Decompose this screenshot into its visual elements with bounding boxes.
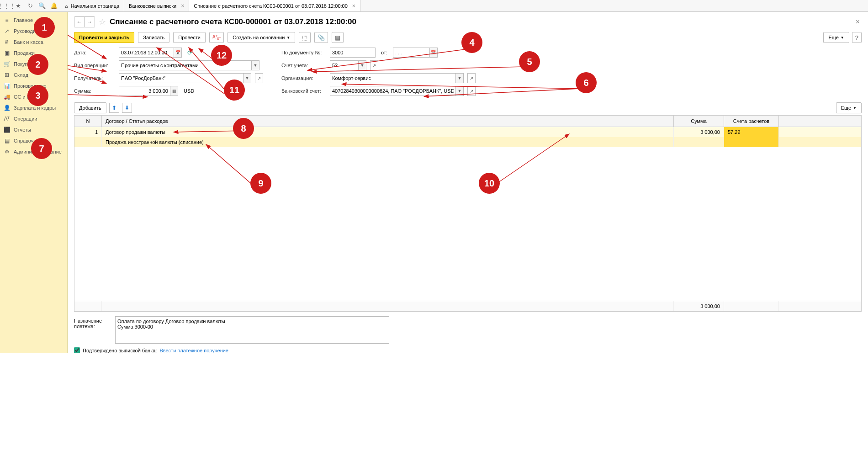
star-icon[interactable]: ★ xyxy=(15,2,22,10)
purpose-field[interactable] xyxy=(115,316,389,344)
sidebar-item-assets[interactable]: 🚚ОС и НМА xyxy=(0,91,67,102)
open-button[interactable]: ↗ xyxy=(255,73,263,83)
close-icon[interactable]: × xyxy=(352,3,355,9)
confirmed-label: Подтверждено выпиской банка: xyxy=(83,348,157,353)
favorite-icon[interactable]: ☆ xyxy=(99,17,106,27)
chevron-down-icon[interactable]: ▼ xyxy=(455,73,464,83)
table-more-button[interactable]: Еще ▼ xyxy=(836,102,862,113)
chevron-down-icon[interactable]: ▼ xyxy=(243,73,251,83)
sidebar: ≡Главное ↗Руководителю ₽Банк и касса ▣Пр… xyxy=(0,12,68,353)
more-label: Еще xyxy=(828,35,838,40)
post-button[interactable]: Провести xyxy=(173,32,206,43)
col-number[interactable]: N xyxy=(74,116,102,127)
structure-button[interactable]: ⬚ xyxy=(299,32,311,43)
sum-field[interactable] xyxy=(119,86,170,96)
open-button[interactable]: ↗ xyxy=(467,86,476,96)
table-row[interactable]: Продажа иностранной валюты (списание) xyxy=(74,137,861,147)
move-up-button[interactable]: ⬆ xyxy=(109,103,119,113)
create-based-button[interactable]: Создать на основании ▼ xyxy=(228,32,295,43)
sidebar-item-label: Отчеты xyxy=(14,127,31,133)
sidebar-item-sales[interactable]: ▣Продажи xyxy=(0,48,67,58)
sidebar-item-main[interactable]: ≡Главное xyxy=(0,15,67,26)
open-button[interactable]: ↗ xyxy=(467,73,476,83)
optype-field[interactable] xyxy=(119,60,251,70)
cell-account[interactable]: 57.22 xyxy=(724,127,779,137)
calendar-icon[interactable]: 📅 xyxy=(429,48,438,58)
print-button[interactable]: ▤ xyxy=(332,32,344,43)
apps-icon[interactable]: ⋮⋮⋮ xyxy=(3,2,10,10)
tabs: ⌂ Начальная страница Банковские выписки … xyxy=(60,0,360,11)
org-field[interactable] xyxy=(330,73,455,83)
sidebar-item-manager[interactable]: ↗Руководителю xyxy=(0,26,67,37)
sidebar-item-production[interactable]: 📊Производство xyxy=(0,80,67,91)
home-icon: ⌂ xyxy=(65,3,68,9)
list-icon: ▤ xyxy=(4,138,10,144)
clipboard-icon[interactable]: ↻ xyxy=(26,2,34,10)
movements-button[interactable]: Aᵀкт xyxy=(209,32,224,43)
bankacc-label: Банковский счет: xyxy=(281,88,327,94)
cell-contract[interactable]: Договор продажи валюты xyxy=(102,127,674,137)
forward-button[interactable]: → xyxy=(85,17,95,27)
col-contract[interactable]: Договор / Статья расходов xyxy=(102,116,674,127)
cell-number: 1 xyxy=(74,127,102,137)
table-row[interactable]: 1 Договор продажи валюты 3 000,00 57.22 xyxy=(74,127,861,137)
open-button[interactable]: ↗ xyxy=(370,60,378,70)
bankacc-field[interactable] xyxy=(330,86,455,96)
cell-sum[interactable]: 3 000,00 xyxy=(674,127,724,137)
chevron-down-icon[interactable]: ▼ xyxy=(455,86,464,96)
sidebar-item-purchases[interactable]: 🛒Покупки xyxy=(0,58,67,69)
confirmed-checkbox[interactable] xyxy=(74,347,80,353)
chevron-down-icon[interactable]: ▼ xyxy=(358,60,366,70)
payee-label: Получатель: xyxy=(74,75,116,81)
sidebar-item-hr[interactable]: 👤Зарплата и кадры xyxy=(0,102,67,113)
tab-bank-statements[interactable]: Банковские выписки × xyxy=(124,0,189,11)
search-icon[interactable]: 🔍 xyxy=(38,2,46,10)
date-label: Дата: xyxy=(74,50,116,55)
purpose-label: Назначение платежа: xyxy=(74,316,111,329)
tab-document[interactable]: Списание с расчетного счета КС00-000001 … xyxy=(189,0,360,11)
move-down-button[interactable]: ⬇ xyxy=(122,103,132,113)
close-icon[interactable]: × xyxy=(181,3,184,9)
report-icon: ⬛ xyxy=(4,127,10,133)
tab-label: Списание с расчетного счета КС00-000001 … xyxy=(194,3,348,9)
attach-button[interactable]: 📎 xyxy=(314,32,328,43)
sidebar-item-catalogs[interactable]: ▤Справочники xyxy=(0,135,67,146)
enter-payment-order-link[interactable]: Ввести платежное поручение xyxy=(159,348,228,353)
create-based-label: Создать на основании xyxy=(233,35,285,40)
post-and-close-button[interactable]: Провести и закрыть xyxy=(74,32,134,43)
calculator-icon[interactable]: ▦ xyxy=(170,86,178,96)
calendar-icon[interactable]: 📅 xyxy=(174,48,182,58)
more-button[interactable]: Еще ▼ xyxy=(823,32,849,43)
sidebar-item-warehouse[interactable]: ⊞Склад xyxy=(0,69,67,80)
cart-icon: 🛒 xyxy=(4,61,10,67)
sidebar-item-label: Банк и касса xyxy=(14,39,43,45)
sidebar-item-operations[interactable]: AᵀОперации xyxy=(0,113,67,124)
sidebar-item-label: Продажи xyxy=(14,50,35,56)
chart-icon: ↗ xyxy=(4,28,10,34)
refresh-icon[interactable]: ⟳ xyxy=(187,49,192,56)
close-button[interactable]: × xyxy=(854,18,862,26)
back-button[interactable]: ← xyxy=(74,17,85,27)
sidebar-item-admin[interactable]: ⚙Администрирование xyxy=(0,146,67,157)
account-field[interactable] xyxy=(330,60,358,70)
add-row-button[interactable]: Добавить xyxy=(74,102,106,113)
col-accounts[interactable]: Счета расчетов xyxy=(724,116,779,127)
sidebar-item-label: Руководителю xyxy=(14,28,47,34)
col-sum[interactable]: Сумма xyxy=(674,116,724,127)
sidebar-item-reports[interactable]: ⬛Отчеты xyxy=(0,124,67,135)
sum-label: Сумма: xyxy=(74,88,116,94)
date-field[interactable] xyxy=(119,48,174,58)
cell-expense[interactable]: Продажа иностранной валюты (списание) xyxy=(102,137,674,147)
sidebar-item-bank[interactable]: ₽Банк и касса xyxy=(0,37,67,48)
chevron-down-icon[interactable]: ▼ xyxy=(251,60,259,70)
docnum-label: По документу №: xyxy=(281,50,327,55)
docnum-field[interactable] xyxy=(330,48,376,58)
gear-icon: ⚙ xyxy=(4,149,10,155)
tab-home[interactable]: ⌂ Начальная страница xyxy=(60,0,124,11)
payee-field[interactable] xyxy=(119,73,243,83)
from-label: от: xyxy=(381,50,387,55)
save-button[interactable]: Записать xyxy=(138,32,169,43)
fromdate-field[interactable] xyxy=(393,48,429,58)
help-button[interactable]: ? xyxy=(852,32,862,43)
bell-icon[interactable]: 🔔 xyxy=(50,2,58,10)
